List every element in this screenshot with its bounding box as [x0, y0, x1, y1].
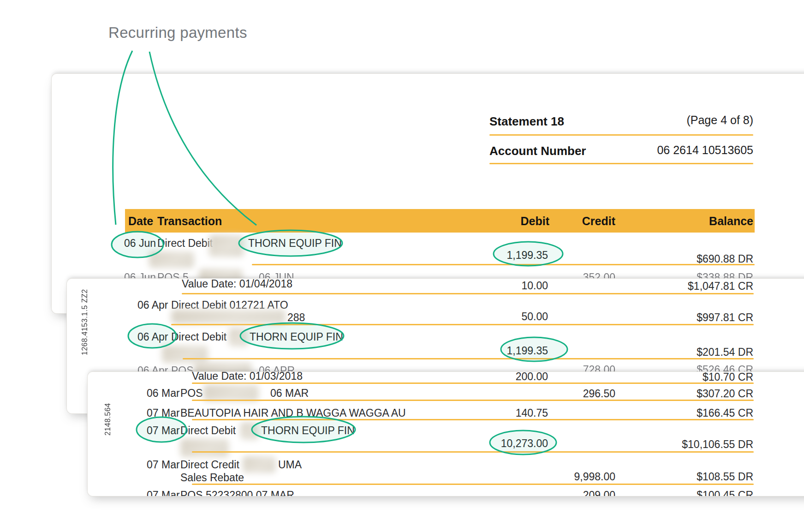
- cell-continuation: Value Date: 01/03/2018: [192, 371, 303, 383]
- cell-date: 07 Mar: [147, 406, 180, 419]
- cell-date: 06 Apr: [137, 330, 168, 343]
- header-rule-2: [489, 163, 753, 164]
- column-header-transaction: Transaction: [157, 215, 222, 227]
- row-separator: [182, 293, 754, 294]
- cell-description: Direct Debit: [157, 237, 213, 250]
- redaction-blur: [203, 385, 259, 401]
- cell-balance: $690.88 DR: [684, 252, 753, 265]
- sheet-side-reference: 1268.4153.1.5 ZZ2: [81, 281, 89, 355]
- cell-balance: $100.45 CR: [684, 489, 753, 496]
- row-separator: [171, 324, 754, 325]
- cell-debit: 1,199.35: [479, 344, 548, 357]
- cell-debit: 200.00: [479, 371, 548, 383]
- cell-description-suffix: 06 MAR: [270, 387, 309, 400]
- account-number-label: Account Number: [489, 144, 586, 158]
- cell-balance: $10.70 CR: [684, 371, 753, 383]
- cell-date: 06 Mar: [147, 387, 180, 400]
- cell-balance: $166.45 CR: [684, 406, 753, 419]
- cell-continuation: Sales Rebate: [180, 471, 244, 484]
- cell-description: POS 52232800 07 MAR: [180, 489, 294, 496]
- row-separator: [183, 358, 754, 359]
- cell-credit: 209.00: [546, 489, 615, 496]
- column-header-debit: Debit: [480, 215, 549, 227]
- row-separator: [192, 383, 754, 384]
- bank-statement-screenshot: Recurring payments Statement 18 (Page 4 …: [0, 0, 804, 532]
- cell-credit: 9,998.00: [546, 470, 615, 483]
- row-separator: [192, 400, 754, 401]
- cell-balance: $997.81 CR: [684, 311, 753, 324]
- cell-balance: $10,106.55 DR: [673, 438, 753, 451]
- row-separator: [192, 451, 754, 453]
- statement-title: Statement 18: [489, 114, 564, 128]
- cell-balance: $1,047.81 CR: [684, 280, 753, 293]
- cell-description: BEAUTOPIA HAIR AND B WAGGA WAGGA AU: [180, 406, 406, 419]
- statement-sheet-3: 2148.564 Value Date: 01/03/2018 200.00 $…: [87, 371, 804, 496]
- statement-page-indicator: (Page 4 of 8): [656, 113, 753, 127]
- column-header-balance: Balance: [684, 215, 753, 227]
- column-header-credit: Credit: [546, 215, 615, 227]
- cell-description-payee: THORN EQUIP FIN: [261, 424, 355, 437]
- cell-date: 06 Apr: [137, 299, 168, 311]
- cell-date: 06 Jun: [124, 237, 156, 250]
- cell-balance: $307.20 CR: [684, 387, 753, 400]
- row-separator: [192, 419, 754, 420]
- account-number-value: 06 2614 10513605: [633, 143, 753, 157]
- cell-credit: 296.50: [546, 387, 615, 400]
- redaction-blur: [171, 310, 286, 324]
- cell-balance: $108.55 DR: [684, 470, 753, 483]
- cell-balance: $201.54 DR: [684, 346, 753, 359]
- cell-continuation-end: 288: [287, 311, 305, 324]
- redaction-blur: [209, 235, 244, 257]
- cell-debit: 140.75: [479, 406, 548, 419]
- statement-sheet-1: Statement 18 (Page 4 of 8) Account Numbe…: [51, 73, 804, 314]
- redaction-blur: [162, 346, 208, 363]
- row-separator: [192, 484, 754, 485]
- cell-description-suffix: UMA: [278, 458, 302, 471]
- row-separator: [252, 264, 755, 265]
- cell-debit: 50.00: [479, 310, 548, 323]
- column-header-date: Date: [128, 215, 153, 227]
- cell-continuation: Value Date: 01/04/2018: [182, 278, 292, 290]
- cell-date: 07 Mar: [147, 489, 180, 496]
- cell-date: 07 Mar: [147, 458, 180, 471]
- cell-description: POS: [180, 387, 203, 400]
- redaction-blur: [240, 422, 259, 440]
- redaction-blur: [229, 328, 248, 347]
- redaction-blur: [180, 439, 229, 457]
- table-header-bar: Date Transaction Debit Credit Balance: [125, 209, 755, 233]
- cell-description: Direct Credit: [180, 458, 239, 471]
- cell-debit: 1,199.35: [479, 249, 548, 262]
- cell-description-payee: THORN EQUIP FIN: [250, 330, 343, 343]
- sheet-side-reference: 2148.564: [104, 376, 112, 436]
- cell-description: Direct Debit: [171, 330, 226, 343]
- cell-debit: 10.00: [479, 279, 548, 292]
- redaction-blur: [149, 251, 194, 268]
- recurring-payments-label: Recurring payments: [108, 24, 247, 42]
- header-rule-1: [489, 134, 753, 136]
- cell-debit: 10,273.00: [479, 437, 548, 450]
- redaction-blur: [243, 456, 276, 473]
- cell-date: 07 Mar: [147, 424, 180, 437]
- cell-description: Direct Debit: [180, 424, 236, 437]
- cell-description-payee: THORN EQUIP FIN: [248, 237, 342, 250]
